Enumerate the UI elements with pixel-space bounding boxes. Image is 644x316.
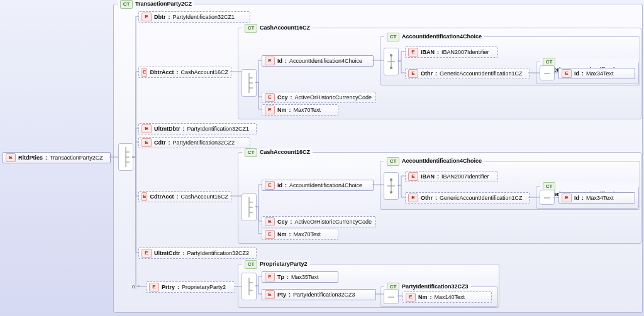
- e-icon: E: [408, 172, 418, 181]
- e-icon: E: [408, 193, 418, 202]
- elem-nm-b[interactable]: ENm:Max70Text: [262, 229, 338, 240]
- e-icon: E: [408, 69, 418, 78]
- elem-cdtr[interactable]: ECdtr:PartyIdentification32CZ2: [138, 137, 250, 148]
- elem-iban-a[interactable]: EIBAN:IBAN2007Identifier: [405, 46, 498, 58]
- elem-rltdpties[interactable]: E RltdPties : TransactionParty2CZ: [3, 152, 111, 163]
- join-ai-a: [384, 48, 399, 75]
- svg-point-3: [390, 191, 392, 193]
- e-icon: E: [142, 138, 152, 147]
- svg-point-1: [390, 67, 392, 69]
- ct-header: CTProprietaryParty2: [242, 260, 310, 269]
- elem-gid-a[interactable]: EId:Max34Text: [558, 68, 635, 79]
- e-icon: E: [265, 106, 275, 114]
- e-icon: E: [408, 48, 418, 57]
- elem-othr-b[interactable]: EOthr:GenericAccountIdentification1CZ: [405, 192, 530, 204]
- elem-gid-b[interactable]: EId:Max34Text: [558, 192, 635, 204]
- e-icon: E: [149, 283, 159, 291]
- e-icon: E: [142, 68, 147, 77]
- e-icon: E: [265, 273, 275, 281]
- join-gai-a: [540, 65, 555, 80]
- svg-point-2: [390, 178, 392, 181]
- elem-cdtracct[interactable]: ECdtrAcct:CashAccount16CZ: [138, 191, 231, 202]
- ct-icon: CT: [120, 0, 133, 9]
- e-icon: E: [265, 290, 275, 299]
- ct-header: CTAccountIdentification4Choice: [384, 157, 484, 166]
- ct-icon: CT: [245, 148, 257, 157]
- join-ca-a: [242, 69, 257, 97]
- elem-type: TransactionParty2CZ: [50, 155, 103, 161]
- elem-tp[interactable]: ETp:Max35Text: [262, 271, 338, 283]
- ct-header: CTCashAccount16CZ: [242, 148, 313, 157]
- ct-icon: CT: [387, 157, 399, 166]
- elem-iban-b[interactable]: EIBAN:IBAN2007Identifier: [405, 171, 498, 182]
- e-icon: E: [6, 153, 16, 162]
- e-icon: E: [265, 181, 275, 190]
- e-icon: E: [265, 230, 275, 239]
- join-pi3: [384, 289, 399, 304]
- elem-ultmtdbtr[interactable]: EUltmtDbtr:PartyIdentification32CZ1: [138, 123, 257, 134]
- e-icon: E: [142, 192, 147, 201]
- ct-header: CTTransactionParty2CZ: [118, 0, 194, 9]
- ct-header: CTCashAccount16CZ: [242, 24, 313, 33]
- ct-icon: CT: [245, 260, 257, 269]
- e-icon: E: [406, 293, 416, 302]
- elem-name: RltdPties: [18, 155, 43, 161]
- e-icon: E: [562, 193, 572, 202]
- elem-ultmtcdtr[interactable]: EUltmtCdtr:PartyIdentification32CZ2: [138, 248, 257, 259]
- mult-prtry: 0..*: [132, 284, 140, 290]
- join-pp2: [242, 273, 257, 300]
- ct-header: CTAccountIdentification4Choice: [384, 33, 484, 41]
- elem-ccy-b[interactable]: ECcy:ActiveOrHistoricCurrencyCode: [262, 216, 376, 227]
- svg-point-0: [390, 54, 392, 57]
- ct-icon: CT: [387, 33, 399, 41]
- e-icon: E: [265, 93, 275, 102]
- join-gai-b: [540, 190, 555, 205]
- elem-id-b[interactable]: EId:AccountIdentification4Choice: [262, 180, 374, 191]
- e-icon: E: [562, 69, 572, 78]
- join-ai-b: [384, 172, 399, 200]
- ct-icon: CT: [245, 24, 257, 33]
- elem-pnm[interactable]: ENm:Max140Text: [402, 291, 492, 303]
- join-main: [118, 143, 133, 171]
- join-ca-b: [242, 193, 257, 221]
- e-icon: E: [142, 249, 152, 258]
- elem-prtry[interactable]: EPrtry:ProprietaryParty2: [146, 281, 235, 293]
- e-icon: E: [265, 217, 275, 226]
- elem-othr-a[interactable]: EOthr:GenericAccountIdentification1CZ: [405, 68, 530, 79]
- elem-nm-a[interactable]: ENm:Max70Text: [262, 104, 338, 116]
- elem-ccy-a[interactable]: ECcy:ActiveOrHistoricCurrencyCode: [262, 92, 376, 103]
- e-icon: E: [142, 13, 152, 21]
- elem-id-a[interactable]: EId:AccountIdentification4Choice: [262, 55, 374, 67]
- elem-dbtr[interactable]: EDbtr:PartyIdentification32CZ1: [138, 11, 250, 23]
- e-icon: E: [142, 124, 152, 133]
- e-icon: E: [265, 57, 275, 65]
- elem-pty[interactable]: EPty:PartyIdentification32CZ3: [262, 289, 376, 300]
- elem-dbtracct[interactable]: EDbtrAcct:CashAccount16CZ: [138, 67, 231, 78]
